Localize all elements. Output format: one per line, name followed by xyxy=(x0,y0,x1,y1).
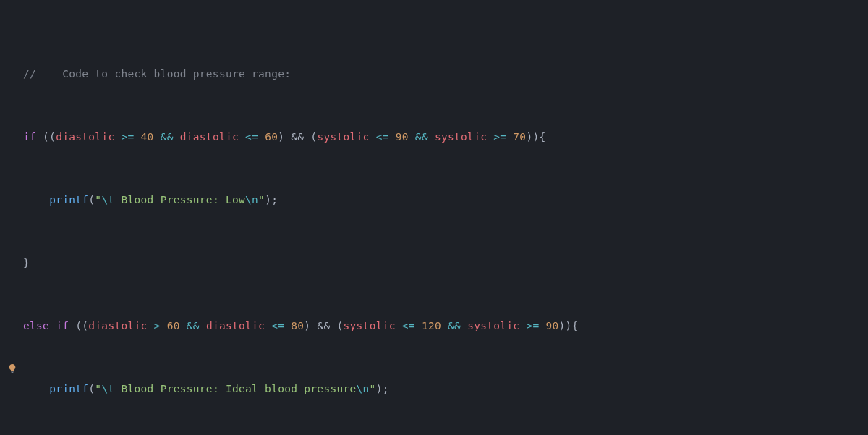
code-line[interactable]: else if ((diastolic > 60 && diastolic <=… xyxy=(23,316,868,337)
svg-rect-0 xyxy=(11,371,14,372)
code-line[interactable]: // Code to check blood pressure range: xyxy=(23,64,868,85)
svg-rect-1 xyxy=(11,372,13,373)
lightbulb-icon[interactable] xyxy=(7,363,17,373)
comment-token: // Code to check blood pressure range: xyxy=(23,68,291,80)
code-line[interactable]: } xyxy=(23,253,868,274)
code-line[interactable]: printf("\t Blood Pressure: Ideal blood p… xyxy=(23,379,868,400)
code-editor[interactable]: // Code to check blood pressure range: i… xyxy=(0,0,868,435)
keyword-token: if xyxy=(23,131,36,143)
code-line[interactable]: printf("\t Blood Pressure: Low\n"); xyxy=(23,190,868,211)
code-line[interactable]: if ((diastolic >= 40 && diastolic <= 60)… xyxy=(23,127,868,148)
